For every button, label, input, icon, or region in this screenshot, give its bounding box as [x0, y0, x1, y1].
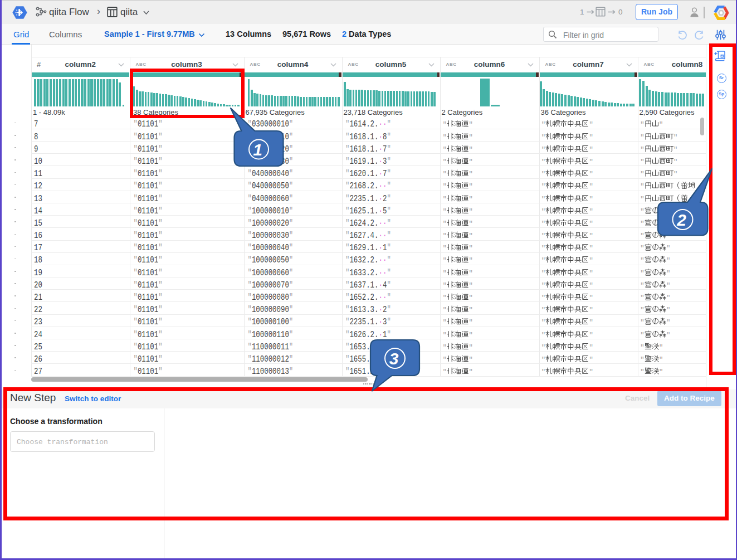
svg-text:3: 3	[389, 349, 398, 368]
svg-text:1: 1	[253, 140, 262, 158]
svg-text:2: 2	[676, 210, 686, 228]
